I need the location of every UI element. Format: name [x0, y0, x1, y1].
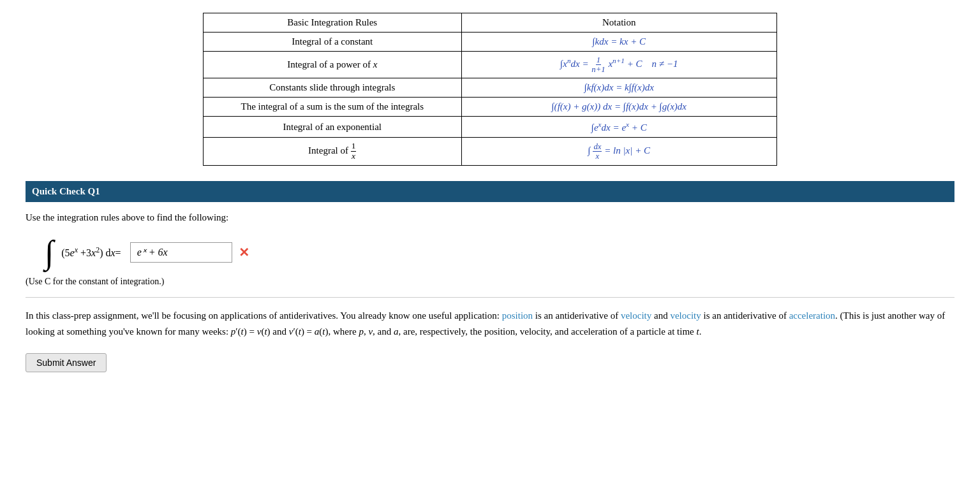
table-row: Integral of an exponential ∫exdx = ex + … [204, 117, 777, 138]
notation-formula: ∫exdx = ex + C [461, 117, 776, 138]
integral-symbol: ∫ [45, 236, 54, 269]
rule-label: The integral of a sum is the sum of the … [204, 98, 462, 117]
notation-formula: ∫kdx = kx + C [461, 33, 776, 52]
quick-check-header: Quick Check Q1 [26, 181, 954, 202]
notation-formula: ∫xndx = 1n+1 xn+1 + C n ≠ −1 [461, 52, 776, 78]
table-header-notation: Notation [461, 13, 776, 33]
section-divider [26, 297, 954, 298]
notation-formula: ∫kf(x)dx = k∫f(x)dx [461, 78, 776, 98]
rule-label: Integral of a power of x [204, 52, 462, 78]
highlight-acceleration: acceleration [789, 310, 835, 321]
table-row: Integral of a constant ∫kdx = kx + C [204, 33, 777, 52]
table-row: Constants slide through integrals ∫kf(x)… [204, 78, 777, 98]
wrong-icon: ✕ [239, 245, 249, 260]
integration-rules-table: Basic Integration Rules Notation Integra… [203, 13, 777, 166]
description-text: In this class-prep assignment, we'll be … [26, 308, 954, 340]
integral-expression: (5ex +3x2) dx= [61, 245, 121, 259]
table-header-rule: Basic Integration Rules [204, 13, 462, 33]
highlight-velocity-1: velocity [621, 310, 651, 321]
table-row: Integral of a power of x ∫xndx = 1n+1 xn… [204, 52, 777, 78]
notation-formula: ∫ dxx = ln |x| + C [461, 138, 776, 166]
highlight-position: position [502, 310, 533, 321]
rule-label: Integral of a constant [204, 33, 462, 52]
rule-label: Integral of an exponential [204, 117, 462, 138]
table-row: The integral of a sum is the sum of the … [204, 98, 777, 117]
instruction-text: Use the integration rules above to find … [26, 212, 954, 223]
highlight-velocity-2: velocity [670, 310, 701, 321]
answer-input[interactable] [130, 242, 232, 263]
rule-label: Constants slide through integrals [204, 78, 462, 98]
integral-problem: ∫ (5ex +3x2) dx= ✕ [26, 236, 954, 269]
integration-rules-table-container: Basic Integration Rules Notation Integra… [26, 13, 954, 166]
constant-note: (Use C for the constant of integration.) [26, 277, 954, 287]
notation-formula: ∫(f(x) + g(x)) dx = ∫f(x)dx + ∫g(x)dx [461, 98, 776, 117]
table-row: Integral of 1 x ∫ dxx = ln |x| + C [204, 138, 777, 166]
submit-answer-button[interactable]: Submit Answer [26, 353, 107, 372]
rule-label: Integral of 1 x [204, 138, 462, 166]
